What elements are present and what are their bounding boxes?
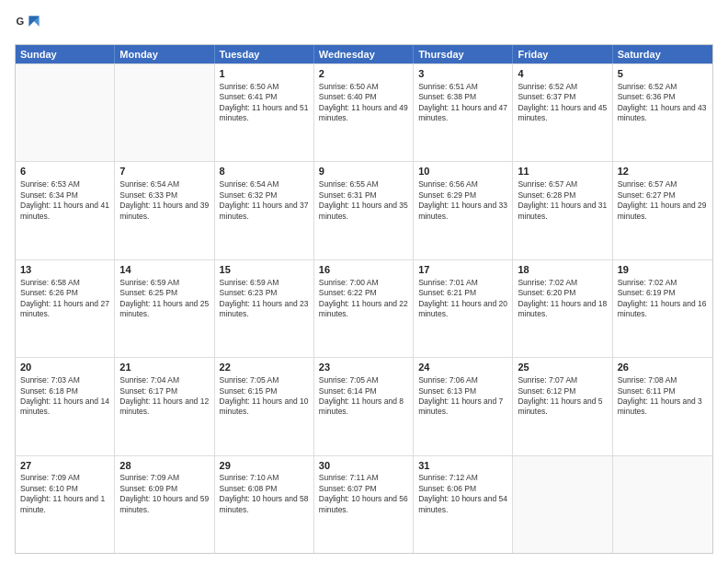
day-number: 11 — [518, 165, 607, 178]
empty-cell — [115, 64, 214, 161]
day-cell-21: 21Sunrise: 7:04 AM Sunset: 6:17 PM Dayli… — [115, 358, 214, 454]
day-number: 18 — [518, 263, 607, 277]
day-number: 17 — [418, 263, 507, 277]
day-number: 16 — [319, 263, 408, 277]
empty-cell — [613, 456, 712, 553]
header-cell-friday: Friday — [513, 45, 612, 63]
day-info: Sunrise: 7:00 AM Sunset: 6:22 PM Dayligh… — [319, 278, 408, 320]
day-info: Sunrise: 7:09 AM Sunset: 6:10 PM Dayligh… — [20, 473, 109, 515]
day-info: Sunrise: 7:04 AM Sunset: 6:17 PM Dayligh… — [119, 375, 209, 418]
day-number: 2 — [319, 67, 408, 81]
day-number: 13 — [20, 263, 109, 277]
day-info: Sunrise: 6:50 AM Sunset: 6:40 PM Dayligh… — [319, 82, 408, 124]
day-number: 19 — [618, 263, 708, 277]
day-info: Sunrise: 7:08 AM Sunset: 6:11 PM Dayligh… — [618, 375, 708, 418]
day-cell-3: 3Sunrise: 6:51 AM Sunset: 6:38 PM Daylig… — [414, 64, 513, 161]
day-info: Sunrise: 6:53 AM Sunset: 6:34 PM Dayligh… — [20, 179, 109, 222]
header-cell-monday: Monday — [115, 45, 214, 63]
day-info: Sunrise: 6:55 AM Sunset: 6:31 PM Dayligh… — [319, 179, 408, 222]
day-info: Sunrise: 6:54 AM Sunset: 6:32 PM Dayligh… — [220, 179, 309, 222]
day-cell-23: 23Sunrise: 7:05 AM Sunset: 6:14 PM Dayli… — [314, 358, 414, 454]
day-info: Sunrise: 7:12 AM Sunset: 6:06 PM Dayligh… — [418, 473, 507, 515]
svg-text:G: G — [16, 16, 24, 27]
day-info: Sunrise: 6:56 AM Sunset: 6:29 PM Dayligh… — [418, 179, 507, 222]
day-cell-10: 10Sunrise: 6:56 AM Sunset: 6:29 PM Dayli… — [414, 162, 513, 259]
day-number: 3 — [418, 67, 507, 81]
header-cell-sunday: Sunday — [16, 45, 115, 63]
day-number: 28 — [119, 459, 209, 473]
day-cell-6: 6Sunrise: 6:53 AM Sunset: 6:34 PM Daylig… — [16, 162, 115, 259]
day-number: 7 — [119, 165, 209, 178]
calendar-row-3: 13Sunrise: 6:58 AM Sunset: 6:26 PM Dayli… — [16, 259, 712, 357]
day-info: Sunrise: 6:57 AM Sunset: 6:28 PM Dayligh… — [518, 179, 607, 222]
day-cell-11: 11Sunrise: 6:57 AM Sunset: 6:28 PM Dayli… — [513, 162, 612, 259]
calendar-header: SundayMondayTuesdayWednesdayThursdayFrid… — [16, 45, 712, 63]
calendar-row-1: 1Sunrise: 6:50 AM Sunset: 6:41 PM Daylig… — [16, 63, 712, 161]
day-number: 9 — [319, 165, 408, 178]
day-number: 8 — [220, 165, 309, 178]
day-info: Sunrise: 7:07 AM Sunset: 6:12 PM Dayligh… — [518, 375, 607, 418]
day-info: Sunrise: 7:11 AM Sunset: 6:07 PM Dayligh… — [319, 473, 408, 515]
day-number: 6 — [20, 165, 109, 178]
header-cell-wednesday: Wednesday — [314, 45, 414, 63]
day-info: Sunrise: 6:54 AM Sunset: 6:33 PM Dayligh… — [119, 179, 209, 222]
day-cell-12: 12Sunrise: 6:57 AM Sunset: 6:27 PM Dayli… — [613, 162, 712, 259]
day-cell-26: 26Sunrise: 7:08 AM Sunset: 6:11 PM Dayli… — [613, 358, 712, 454]
day-number: 29 — [220, 459, 309, 473]
day-info: Sunrise: 7:09 AM Sunset: 6:09 PM Dayligh… — [119, 473, 209, 515]
day-number: 1 — [220, 67, 309, 81]
day-cell-8: 8Sunrise: 6:54 AM Sunset: 6:32 PM Daylig… — [215, 162, 314, 259]
day-cell-16: 16Sunrise: 7:00 AM Sunset: 6:22 PM Dayli… — [314, 260, 414, 357]
day-cell-7: 7Sunrise: 6:54 AM Sunset: 6:33 PM Daylig… — [115, 162, 214, 259]
day-cell-25: 25Sunrise: 7:07 AM Sunset: 6:12 PM Dayli… — [513, 358, 612, 454]
day-cell-22: 22Sunrise: 7:05 AM Sunset: 6:15 PM Dayli… — [215, 358, 314, 454]
day-info: Sunrise: 6:52 AM Sunset: 6:37 PM Dayligh… — [518, 82, 607, 124]
day-cell-28: 28Sunrise: 7:09 AM Sunset: 6:09 PM Dayli… — [115, 456, 214, 553]
day-cell-17: 17Sunrise: 7:01 AM Sunset: 6:21 PM Dayli… — [414, 260, 513, 357]
day-cell-24: 24Sunrise: 7:06 AM Sunset: 6:13 PM Dayli… — [414, 358, 513, 454]
day-number: 20 — [20, 361, 109, 374]
day-cell-15: 15Sunrise: 6:59 AM Sunset: 6:23 PM Dayli… — [215, 260, 314, 357]
calendar-row-5: 27Sunrise: 7:09 AM Sunset: 6:10 PM Dayli… — [16, 455, 712, 553]
calendar-row-4: 20Sunrise: 7:03 AM Sunset: 6:18 PM Dayli… — [16, 357, 712, 454]
day-info: Sunrise: 7:02 AM Sunset: 6:20 PM Dayligh… — [518, 278, 607, 320]
empty-cell — [16, 64, 115, 161]
day-info: Sunrise: 6:59 AM Sunset: 6:25 PM Dayligh… — [119, 278, 209, 320]
day-info: Sunrise: 6:57 AM Sunset: 6:27 PM Dayligh… — [618, 179, 708, 222]
day-cell-20: 20Sunrise: 7:03 AM Sunset: 6:18 PM Dayli… — [16, 358, 115, 454]
calendar-body: 1Sunrise: 6:50 AM Sunset: 6:41 PM Daylig… — [16, 63, 712, 553]
header-cell-tuesday: Tuesday — [215, 45, 314, 63]
day-cell-5: 5Sunrise: 6:52 AM Sunset: 6:36 PM Daylig… — [613, 64, 712, 161]
day-number: 27 — [20, 459, 109, 473]
day-info: Sunrise: 7:01 AM Sunset: 6:21 PM Dayligh… — [418, 278, 507, 320]
day-info: Sunrise: 6:51 AM Sunset: 6:38 PM Dayligh… — [418, 82, 507, 124]
logo: G — [15, 11, 44, 37]
day-info: Sunrise: 6:50 AM Sunset: 6:41 PM Dayligh… — [220, 82, 309, 124]
day-cell-30: 30Sunrise: 7:11 AM Sunset: 6:07 PM Dayli… — [314, 456, 414, 553]
empty-cell — [513, 456, 612, 553]
day-number: 31 — [418, 459, 507, 473]
day-number: 22 — [220, 361, 309, 374]
day-number: 10 — [418, 165, 507, 178]
day-number: 23 — [319, 361, 408, 374]
day-cell-29: 29Sunrise: 7:10 AM Sunset: 6:08 PM Dayli… — [215, 456, 314, 553]
day-info: Sunrise: 7:02 AM Sunset: 6:19 PM Dayligh… — [618, 278, 708, 320]
day-number: 15 — [220, 263, 309, 277]
day-info: Sunrise: 6:52 AM Sunset: 6:36 PM Dayligh… — [618, 82, 708, 124]
day-number: 12 — [618, 165, 708, 178]
day-info: Sunrise: 6:59 AM Sunset: 6:23 PM Dayligh… — [220, 278, 309, 320]
day-info: Sunrise: 6:58 AM Sunset: 6:26 PM Dayligh… — [20, 278, 109, 320]
day-cell-27: 27Sunrise: 7:09 AM Sunset: 6:10 PM Dayli… — [16, 456, 115, 553]
day-number: 21 — [119, 361, 209, 374]
day-info: Sunrise: 7:03 AM Sunset: 6:18 PM Dayligh… — [20, 375, 109, 418]
day-cell-19: 19Sunrise: 7:02 AM Sunset: 6:19 PM Dayli… — [613, 260, 712, 357]
day-cell-2: 2Sunrise: 6:50 AM Sunset: 6:40 PM Daylig… — [314, 64, 414, 161]
header-cell-saturday: Saturday — [613, 45, 712, 63]
day-number: 26 — [618, 361, 708, 374]
logo-icon: G — [15, 11, 40, 37]
day-cell-14: 14Sunrise: 6:59 AM Sunset: 6:25 PM Dayli… — [115, 260, 214, 357]
day-number: 5 — [618, 67, 708, 81]
day-cell-18: 18Sunrise: 7:02 AM Sunset: 6:20 PM Dayli… — [513, 260, 612, 357]
day-info: Sunrise: 7:06 AM Sunset: 6:13 PM Dayligh… — [418, 375, 507, 418]
day-number: 14 — [119, 263, 209, 277]
